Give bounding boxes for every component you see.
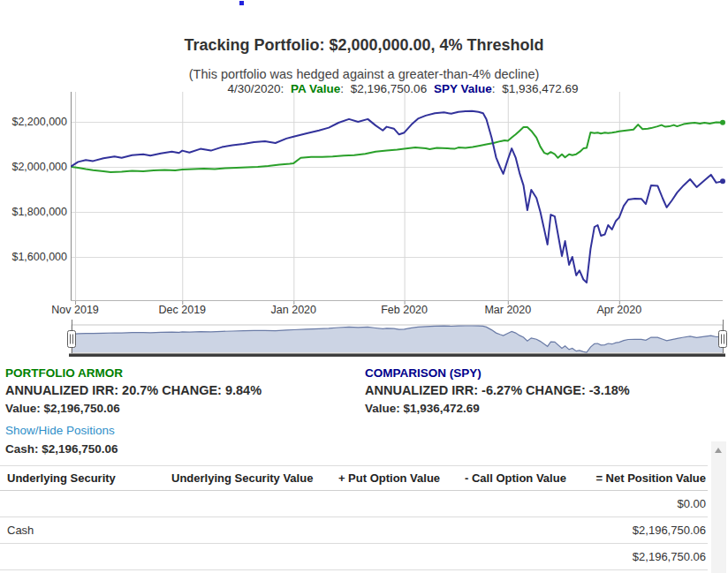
table-cell	[155, 517, 315, 544]
table-cell	[315, 491, 442, 517]
column-header: - Call Option Value	[442, 466, 568, 491]
chart-title: Tracking Portfolio: $2,000,000.00, 4% Th…	[0, 36, 728, 55]
table-cell: $0.00	[568, 491, 708, 517]
navigator-handle-left[interactable]	[68, 331, 76, 348]
table-cell	[442, 491, 568, 517]
series-end-marker	[720, 178, 725, 184]
portfolio-irr-line: ANNUALIZED IRR: 20.7% CHANGE: 9.84%	[5, 381, 262, 400]
navigator-handle-right[interactable]	[719, 331, 727, 348]
table-cell: $2,196,750.06	[568, 544, 708, 570]
comparison-heading: COMPARISON (SPY)	[365, 365, 630, 381]
portfolio-armor-stats: PORTFOLIO ARMOR ANNUALIZED IRR: 20.7% CH…	[5, 365, 262, 418]
pa-value-label: PA Value	[291, 82, 340, 95]
table-cell: $2,196,750.06	[568, 517, 708, 544]
cash-total-line: Cash: $2,196,750.06	[5, 442, 118, 456]
table-cell	[315, 517, 442, 544]
column-header: = Net Position Value	[568, 466, 708, 491]
scroll-up-arrow-icon[interactable]	[715, 448, 722, 453]
table-row: Cash$2,196,750.06	[0, 517, 708, 544]
separator: :	[492, 82, 496, 95]
table-cell	[442, 544, 568, 570]
crosshair-date: 4/30/2020:	[227, 82, 284, 95]
navigator-scrollbar-track[interactable]	[69, 354, 725, 358]
series-end-marker	[720, 120, 725, 125]
column-header: Underlying Security Value	[155, 466, 315, 491]
table-cell	[155, 491, 315, 517]
table-cell: Cash	[0, 517, 155, 544]
pa-value-amount: $2,196,750.06	[351, 82, 427, 95]
table-row: $0.00	[0, 491, 708, 517]
portfolio-armor-heading: PORTFOLIO ARMOR	[5, 365, 262, 381]
table-cell	[315, 544, 442, 570]
comparison-irr-line: ANNUALIZED IRR: -6.27% CHANGE: -3.18%	[365, 381, 630, 400]
show-hide-positions-link[interactable]: Show/Hide Positions	[5, 424, 115, 437]
cropped-element-dot	[239, 1, 244, 5]
column-header: Underlying Security	[0, 466, 155, 491]
comparison-value-line: Value: $1,936,472.69	[365, 400, 630, 418]
portfolio-value-line: Value: $2,196,750.06	[5, 400, 262, 418]
chart-subtitle: (This portfolio was hedged against a gre…	[0, 67, 728, 81]
spy-value-amount: $1,936,472.69	[502, 82, 578, 95]
spy-series-line	[72, 111, 723, 283]
spy-value-label: SPY Value	[434, 82, 492, 95]
positions-table: Underlying SecurityUnderlying Security V…	[0, 465, 708, 570]
portfolio-tracker-page: $2,200,000$2,000,000$1,800,000$1,600,000…	[0, 0, 728, 573]
table-row: $2,196,750.06	[0, 544, 708, 570]
table-cell	[0, 491, 155, 517]
crosshair-readout: 4/30/2020: PA Value: $2,196,750.06 SPY V…	[227, 82, 578, 95]
pa-series-line	[72, 123, 723, 173]
column-header: + Put Option Value	[315, 466, 442, 491]
table-cell	[442, 517, 568, 544]
table-cell	[0, 544, 155, 570]
comparison-spy-stats: COMPARISON (SPY) ANNUALIZED IRR: -6.27% …	[365, 365, 630, 418]
table-cell	[155, 544, 315, 570]
positions-table-header: Underlying SecurityUnderlying Security V…	[0, 466, 708, 491]
separator: :	[340, 82, 344, 95]
table-scrollbar-track[interactable]	[711, 441, 726, 573]
